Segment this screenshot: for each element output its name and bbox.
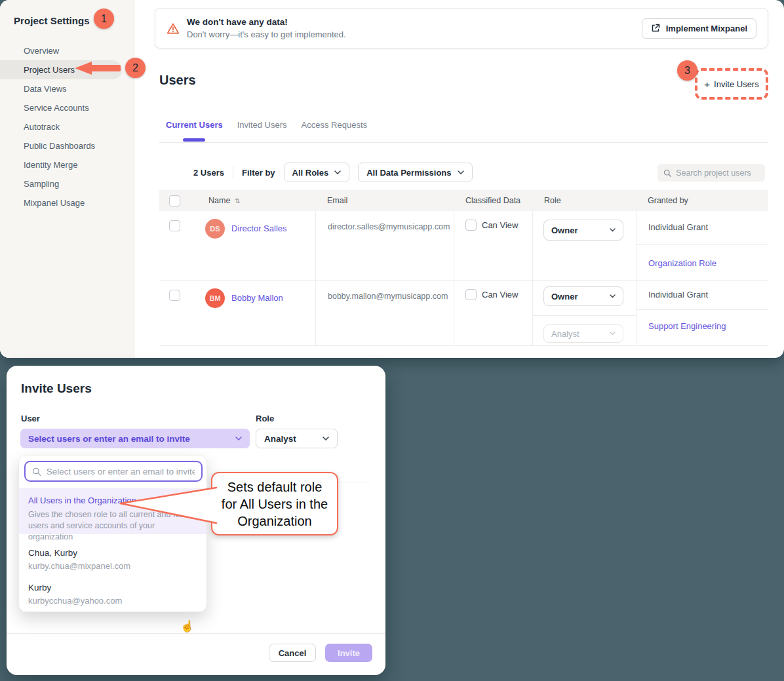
role-cell: Owner [532,211,636,280]
sidebar-item-identity-merge[interactable]: Identity Merge [0,155,134,174]
roles-filter-dropdown[interactable]: All Roles [284,163,350,182]
sidebar-item-public-dashboards[interactable]: Public Dashboards [0,136,134,155]
user-email: bobby.mallon@mymusicapp.com [315,281,454,345]
filters-bar: 2 Users Filter by All Roles All Data Per… [193,163,473,182]
sidebar-item-service-accounts[interactable]: Service Accounts [0,98,134,117]
sidebar: Project Settings Overview Project Users … [0,0,134,358]
granted-by-value: Individual Grant [637,281,768,310]
chevron-down-icon [610,228,616,232]
step-1-badge: 1 [94,9,114,29]
banner-title: We don't have any data! [187,17,346,27]
option-user[interactable]: Kurby kurbycchua@yahoo.com [19,583,206,606]
tab-current-users[interactable]: Current Users [166,120,223,142]
plus-icon: + [704,79,710,90]
table-row: DS Director Salles director.salles@mymus… [159,211,768,281]
granted-by-cell: Individual Grant Organization Role [636,211,768,280]
page: Project Settings Overview Project Users … [0,0,784,681]
search-icon [663,168,671,178]
sidebar-item-sampling[interactable]: Sampling [0,174,134,193]
select-all-checkbox[interactable] [169,195,180,206]
granted-by-link[interactable]: Support Engineering [648,321,726,331]
sidebar-item-data-views[interactable]: Data Views [0,79,134,98]
cancel-button[interactable]: Cancel [269,644,316,662]
user-select[interactable]: Select users or enter an email to invite [20,429,250,448]
external-link-icon [651,24,660,33]
sort-icon[interactable]: ⇅ [235,197,240,204]
can-view-label: Can View [482,220,518,230]
granted-by-value: Individual Grant [637,211,768,245]
tabs-divider [159,142,768,143]
filter-by-label: Filter by [242,168,275,178]
user-field-label: User [21,414,40,423]
permissions-filter-dropdown[interactable]: All Data Permissions [358,163,472,182]
sidebar-item-mixpanel-usage[interactable]: Mixpanel Usage [0,193,134,212]
avatar: BM [205,288,225,308]
implement-mixpanel-button[interactable]: Implement Mixpanel [642,18,756,39]
search-input[interactable] [676,168,759,178]
modal-title: Invite Users [21,381,92,396]
row-checkbox[interactable] [169,220,180,231]
callout-bubble: Sets default role for All Users in the O… [211,472,338,535]
chevron-down-icon [334,170,341,174]
main-content: We don't have any data! Don't worry—it's… [134,0,784,358]
chevron-down-icon [610,294,616,298]
user-select-dropdown: All Users in the Organization Gives the … [18,455,207,612]
invite-button[interactable]: Invite [325,644,372,662]
chevron-down-icon [323,437,329,440]
role-select[interactable]: Owner [543,286,623,306]
modal-footer-divider [7,633,385,634]
user-name-link[interactable]: Bobby Mallon [231,293,283,303]
chevron-down-icon [458,170,464,174]
invite-users-button[interactable]: + Invite Users [695,68,768,100]
sidebar-item-autotrack[interactable]: Autotrack [0,117,134,136]
option-user[interactable]: Chua, Kurby kurby.chua@mixpanel.com [19,548,206,571]
chevron-down-icon [235,437,242,440]
granted-by-cell: Individual Grant Support Engineering [636,281,768,345]
user-email: director.salles@mymusicapp.com [315,211,454,280]
users-table: Name⇅ Email Classified Data Role Granted… [159,190,768,346]
users-count: 2 Users [193,168,224,178]
step-2-badge: 2 [125,58,146,78]
users-heading: Users [159,73,196,88]
tab-invited-users[interactable]: Invited Users [237,120,287,142]
warning-triangle-icon [167,22,180,35]
project-settings-card: Project Settings Overview Project Users … [0,0,784,358]
granted-by-link[interactable]: Organization Role [648,258,716,268]
search-project-users[interactable] [657,164,765,182]
sidebar-item-overview[interactable]: Overview [0,41,134,60]
search-icon [32,467,41,477]
role-select[interactable]: Owner [543,220,623,241]
callout-tail [119,485,218,526]
tab-access-requests[interactable]: Access Requests [302,120,367,142]
table-row: BM Bobby Mallon bobby.mallon@mymusicapp.… [159,281,768,346]
banner-subtitle: Don't worry—it's easy to get implemented… [187,29,346,39]
step-3-badge: 3 [677,60,697,81]
can-view-checkbox[interactable] [465,289,477,300]
role-select[interactable]: Analyst [256,429,338,448]
can-view-checkbox[interactable] [465,220,477,231]
dropdown-search-input[interactable] [47,467,195,477]
chevron-down-icon [610,332,616,336]
table-header: Name⇅ Email Classified Data Role Granted… [159,190,768,211]
role-cell: Owner Analyst [532,281,636,345]
role-select-disabled: Analyst [543,324,623,343]
role-field-label: Role [256,414,274,423]
dropdown-search[interactable] [24,461,203,482]
no-data-banner: We don't have any data! Don't worry—it's… [155,8,768,49]
can-view-label: Can View [482,290,518,300]
avatar: DS [205,219,225,239]
hand-cursor-icon: ☝ [180,619,194,633]
page-title: Project Settings [14,15,90,26]
divider [233,166,233,178]
user-name-link[interactable]: Director Salles [231,224,287,233]
row-checkbox[interactable] [169,290,180,301]
arrow-left-annotation-icon [73,60,123,76]
users-tabs: Current Users Invited Users Access Reque… [166,120,367,142]
